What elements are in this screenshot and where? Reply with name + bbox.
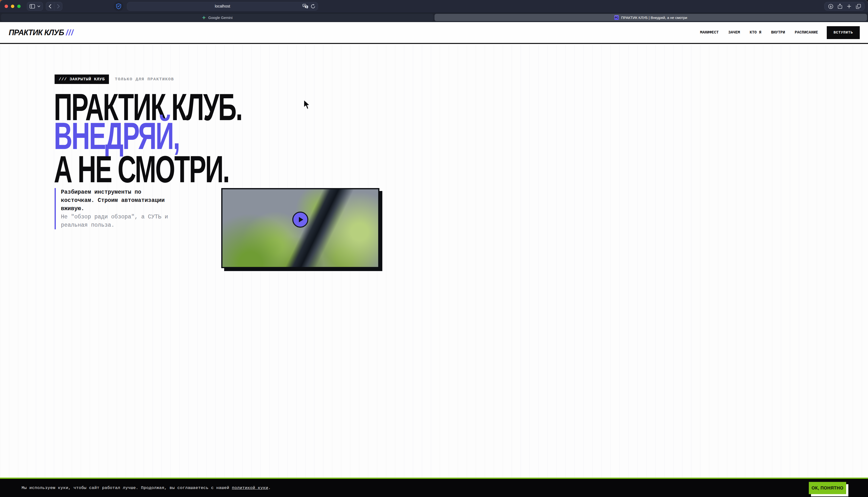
hero-lead: Разбираем инструменты по косточкам. Стро… bbox=[55, 188, 177, 229]
history-nav-buttons bbox=[46, 2, 62, 11]
site-header: ПРАКТИК КЛУБ/// МАНИФЕСТ ЗАЧЕМ КТО Я ВНУ… bbox=[0, 22, 434, 44]
close-window-button[interactable] bbox=[5, 5, 8, 8]
svg-text:A: A bbox=[304, 4, 305, 6]
browser-window: localhost A 文 bbox=[0, 0, 434, 248]
browser-toolbar: localhost A 文 bbox=[0, 0, 434, 13]
play-icon bbox=[299, 217, 303, 222]
hero-section: /// ЗАКРЫТЫЙ КЛУБ ТОЛЬКО ДЛЯ ПРАКТИКОВ П… bbox=[0, 45, 434, 248]
closed-club-badge: /// ЗАКРЫТЫЙ КЛУБ bbox=[55, 74, 109, 84]
site-logo[interactable]: ПРАКТИК КЛУБ/// bbox=[9, 28, 74, 37]
chevron-down-icon[interactable] bbox=[37, 5, 40, 7]
gemini-sparkle-icon bbox=[202, 16, 206, 20]
tab-title: Google Gemini bbox=[208, 16, 232, 20]
tab-google-gemini[interactable]: Google Gemini bbox=[1, 14, 434, 21]
hero-title-line-3: А НЕ СМОТРИ. bbox=[54, 150, 229, 188]
badge-note: ТОЛЬКО ДЛЯ ПРАКТИКОВ bbox=[115, 77, 174, 82]
minimize-window-button[interactable] bbox=[11, 5, 14, 8]
sidebar-toggle-group bbox=[27, 2, 43, 11]
privacy-shield-icon[interactable] bbox=[114, 1, 124, 11]
zoom-window-button[interactable] bbox=[17, 5, 20, 8]
logo-slashes: /// bbox=[66, 28, 74, 37]
play-button[interactable] bbox=[292, 212, 308, 228]
promo-video[interactable] bbox=[221, 188, 379, 248]
page-viewport: ПРАКТИК КЛУБ/// МАНИФЕСТ ЗАЧЕМ КТО Я ВНУ… bbox=[0, 22, 434, 248]
sidebar-icon[interactable] bbox=[30, 4, 35, 9]
forward-button[interactable] bbox=[54, 2, 62, 11]
reload-icon[interactable] bbox=[311, 4, 315, 9]
hero-title: ПРАКТИК КЛУБ. ВНЕДРЯЙ, А НЕ СМОТРИ. bbox=[54, 88, 296, 190]
translate-icon[interactable]: A 文 bbox=[303, 4, 308, 9]
hero-lead-main: Разбираем инструменты по косточкам. Стро… bbox=[61, 188, 177, 213]
hero-lead-sub: Не "обзор ради обзора", а СУТЬ и реальна… bbox=[61, 213, 177, 229]
svg-text:文: 文 bbox=[305, 6, 308, 8]
address-bar[interactable]: localhost A 文 bbox=[127, 2, 318, 11]
hero-badge-row: /// ЗАКРЫТЫЙ КЛУБ ТОЛЬКО ДЛЯ ПРАКТИКОВ bbox=[55, 74, 174, 84]
tab-strip: Google Gemini PC ПРАКТИК КЛУБ | Внедряй,… bbox=[0, 13, 434, 22]
back-button[interactable] bbox=[46, 2, 54, 11]
window-controls bbox=[5, 5, 20, 8]
address-bar-url: localhost bbox=[215, 4, 230, 9]
